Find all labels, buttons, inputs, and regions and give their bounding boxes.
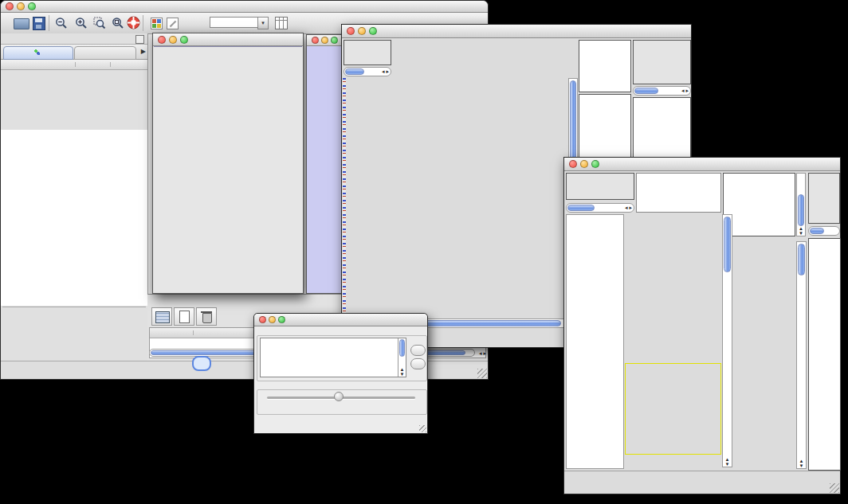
new-attribute-icon[interactable] [174, 307, 194, 326]
usage-hints-panel [808, 173, 840, 224]
speed-slider-thumb[interactable] [334, 392, 344, 401]
minimize-icon[interactable] [358, 27, 366, 35]
minimize-icon[interactable] [321, 37, 328, 44]
node-attribute-browser-tab[interactable] [192, 356, 211, 371]
zoomed-heatmap[interactable] [734, 241, 795, 469]
zoom-fit-icon[interactable] [112, 17, 124, 29]
dense-network-canvas[interactable] [312, 76, 342, 288]
global-heatmap-vscrollbar[interactable]: ▲▼ [722, 214, 732, 467]
view-status-scrollbar[interactable]: ◂ ▸ [566, 203, 634, 213]
row-dendrogram[interactable] [347, 78, 391, 315]
open-session-icon[interactable] [14, 18, 29, 29]
search-dropdown-icon[interactable]: ▾ [257, 17, 269, 29]
network-tab-icon [34, 49, 40, 55]
zoom-window-icon[interactable] [591, 160, 599, 168]
heatmap-canvas[interactable] [391, 78, 567, 315]
usage-hints-scrollbar[interactable] [808, 226, 840, 236]
window-controls[interactable] [6, 2, 36, 10]
row-dendrogram[interactable] [566, 214, 624, 469]
usage-hints-scrollbar[interactable]: ◂ ▸ [633, 86, 691, 96]
close-icon[interactable] [259, 316, 266, 323]
network-view-window [152, 33, 304, 294]
treeview2-title-bar[interactable] [564, 158, 840, 171]
cytopanel-grid-icon[interactable] [151, 18, 163, 29]
save-session-icon[interactable] [33, 17, 45, 30]
minimize-icon[interactable] [269, 316, 276, 323]
hscroll-arrows[interactable]: ◂ ▸ [479, 350, 486, 357]
tab-overflow-icon[interactable]: ▶ [141, 48, 146, 55]
treeview2-button-bar [564, 471, 840, 494]
view-status-panel [344, 40, 391, 65]
column-dendrogram[interactable] [391, 40, 567, 76]
zoom-window-icon[interactable] [180, 36, 188, 44]
dialog-resize-grip[interactable] [419, 425, 426, 432]
view-status-panel [566, 173, 634, 200]
zoom-window-icon[interactable] [369, 27, 377, 35]
float-panel-icon[interactable] [135, 35, 144, 44]
minimize-icon[interactable] [17, 2, 25, 10]
zoom-in-icon[interactable] [75, 17, 88, 29]
treeview1-title-bar[interactable] [342, 25, 691, 38]
treeview-combined-window: ◂ ▸ ▲▼ ▲▼ ▲▼ [563, 157, 841, 494]
mini-heatmap[interactable] [582, 96, 623, 140]
minimize-icon[interactable] [580, 160, 588, 168]
attribute-list-vscrollbar[interactable]: ▲▼ [398, 338, 406, 377]
row-annotation-strip [343, 78, 346, 315]
delete-attribute-icon[interactable] [196, 307, 217, 326]
move-up-button[interactable] [410, 345, 426, 356]
tab-network[interactable] [3, 46, 73, 60]
view-status-scrollbar[interactable]: ◂ ▸ [344, 67, 391, 76]
dialog-title-bar[interactable] [254, 314, 427, 326]
zoom-window-icon[interactable] [28, 2, 36, 10]
desktop: ▾ ▶ [0, 0, 848, 504]
map-colors-dialog: ▲▼ [253, 313, 428, 434]
attribute-table-icon[interactable] [275, 17, 288, 29]
column-labels-panel [723, 173, 795, 236]
annotation-icon[interactable] [167, 18, 179, 29]
network-overview-thumbnail[interactable] [2, 307, 146, 361]
close-icon[interactable] [6, 2, 14, 10]
close-icon[interactable] [569, 160, 577, 168]
column-labels-vscrollbar[interactable]: ▲▼ [796, 173, 806, 236]
control-panel: ▶ [1, 33, 148, 361]
zoomed-heatmap-vscrollbar[interactable]: ▲▼ [796, 241, 807, 469]
minimize-icon[interactable] [169, 36, 177, 44]
table-view-icon[interactable] [151, 307, 172, 326]
column-dendrogram-area [636, 173, 721, 213]
selection-rect [625, 363, 721, 455]
close-icon[interactable] [312, 37, 319, 44]
close-icon[interactable] [347, 27, 355, 35]
column-labels-panel [579, 40, 631, 92]
zoom-out-icon[interactable] [55, 17, 68, 29]
zoom-selected-icon[interactable] [93, 17, 106, 29]
zoom-window-icon[interactable] [331, 37, 338, 44]
help-ring-icon[interactable] [127, 16, 140, 29]
usage-hints-panel [633, 40, 691, 84]
tab-vizmapper[interactable] [74, 46, 136, 60]
main-resize-grip[interactable] [477, 369, 487, 378]
network-canvas[interactable] [154, 46, 302, 294]
search-input[interactable] [210, 17, 259, 28]
dialog-button-bar [254, 416, 427, 432]
move-down-button[interactable] [410, 358, 426, 369]
attribute-list[interactable]: ▲▼ [260, 338, 406, 377]
close-icon[interactable] [158, 36, 166, 44]
main-title-bar[interactable] [1, 1, 488, 13]
zoom-window-icon[interactable] [278, 316, 285, 323]
network-window-title-bar[interactable] [153, 33, 303, 46]
gene-labels-panel [808, 238, 841, 471]
treeview2-resize-grip[interactable] [830, 483, 839, 493]
network-view-window-2 [306, 34, 343, 294]
